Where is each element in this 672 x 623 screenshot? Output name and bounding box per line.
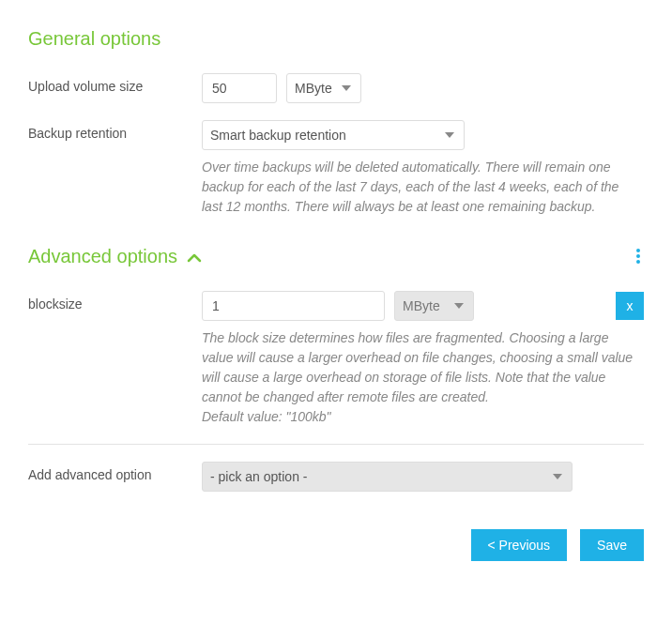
advanced-options-heading[interactable]: Advanced options (28, 246, 202, 267)
divider (28, 444, 644, 445)
backup-retention-select[interactable]: Smart backup retention (202, 120, 465, 150)
upload-volume-row: Upload volume size MByte (28, 73, 644, 103)
upload-volume-label: Upload volume size (28, 73, 202, 94)
chevron-up-icon (187, 246, 202, 267)
upload-volume-unit-select[interactable]: MByte (286, 73, 361, 103)
add-advanced-option-select[interactable]: - pick an option - (202, 462, 573, 492)
blocksize-help: The block size determines how files are … (202, 328, 634, 427)
previous-button[interactable]: < Previous (471, 529, 568, 561)
add-advanced-option-label: Add advanced option (28, 462, 202, 482)
blocksize-label: blocksize (28, 291, 202, 312)
add-advanced-option-row: Add advanced option - pick an option - (28, 462, 644, 492)
backup-retention-row: Backup retention Smart backup retention … (28, 120, 644, 217)
backup-retention-label: Backup retention (28, 120, 202, 141)
backup-retention-help: Over time backups will be deleted automa… (202, 158, 634, 217)
save-button[interactable]: Save (580, 529, 644, 561)
blocksize-row: blocksize MByte x The block size determi… (28, 291, 644, 427)
upload-volume-input[interactable] (202, 73, 277, 103)
more-options-icon[interactable] (633, 245, 644, 267)
blocksize-remove-button[interactable]: x (616, 292, 644, 320)
blocksize-unit-select[interactable]: MByte (394, 291, 474, 321)
general-options-heading: General options (28, 28, 644, 50)
blocksize-input[interactable] (202, 291, 385, 321)
